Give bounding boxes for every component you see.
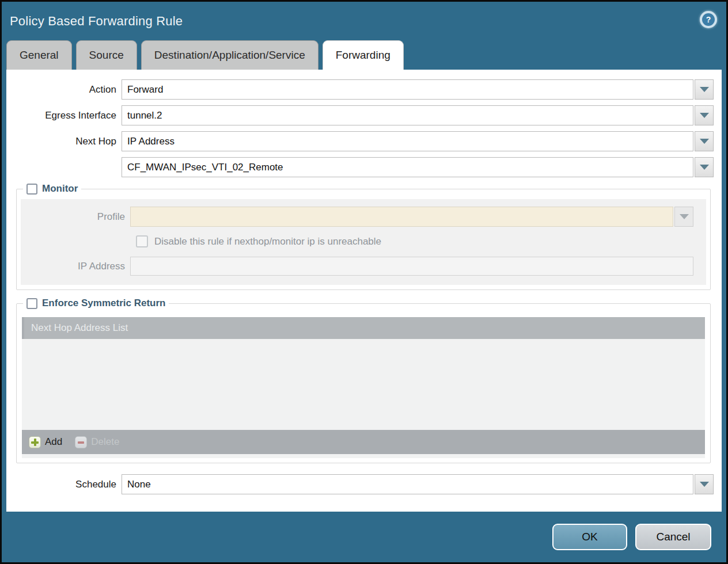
table-footer: Add Delete	[22, 430, 705, 454]
tab-forwarding[interactable]: Forwarding	[323, 40, 404, 70]
action-label: Action	[6, 84, 122, 96]
pbf-rule-dialog: { "dialog": { "title": "Policy Based For…	[0, 0, 728, 564]
next-hop-address-row: CF_MWAN_IPsec_VTI_02_Remote	[6, 157, 714, 177]
monitor-ip-address-row: IP Address	[21, 256, 693, 276]
symmetric-return-section: Enforce Symmetric Return Next Hop Addres…	[16, 298, 711, 463]
next-hop-address-dropdown-button[interactable]	[695, 157, 714, 177]
chevron-down-icon	[700, 87, 709, 92]
profile-dropdown-button	[674, 207, 693, 227]
help-icon[interactable]: ?	[700, 11, 717, 28]
table-header: Next Hop Address List	[22, 317, 705, 339]
disable-rule-label: Disable this rule if nexthop/monitor ip …	[154, 236, 381, 247]
next-hop-value[interactable]: IP Address	[122, 131, 693, 151]
next-hop-address-dropdown[interactable]: CF_MWAN_IPsec_VTI_02_Remote	[122, 157, 714, 177]
schedule-dropdown[interactable]: None	[122, 474, 714, 494]
schedule-row: Schedule None	[6, 474, 714, 494]
profile-dropdown	[130, 207, 693, 227]
table-header-label: Next Hop Address List	[31, 322, 128, 334]
egress-interface-dropdown[interactable]: tunnel.2	[122, 105, 714, 125]
disable-rule-row: Disable this rule if nexthop/monitor ip …	[136, 234, 706, 249]
chevron-down-icon	[700, 113, 709, 118]
tab-general[interactable]: General	[6, 40, 72, 70]
add-button-label: Add	[45, 436, 62, 448]
monitor-legend-label: Monitor	[42, 183, 78, 195]
forwarding-tab-panel: Action Forward Egress Interface tunnel.2…	[6, 70, 722, 512]
symmetric-return-checkbox[interactable]	[26, 298, 37, 309]
profile-row: Profile	[21, 207, 693, 227]
egress-interface-label: Egress Interface	[6, 110, 122, 121]
dialog-title: Policy Based Forwarding Rule	[10, 14, 183, 29]
monitor-legend: Monitor	[23, 183, 81, 195]
disable-rule-checkbox	[136, 235, 148, 247]
egress-interface-row: Egress Interface tunnel.2	[6, 105, 714, 125]
minus-icon	[75, 436, 87, 448]
monitor-ip-address-label: IP Address	[21, 261, 130, 272]
next-hop-dropdown-button[interactable]	[695, 131, 714, 151]
plus-icon	[29, 436, 41, 448]
next-hop-row: Next Hop IP Address	[6, 131, 714, 151]
tab-source[interactable]: Source	[76, 40, 137, 70]
delete-button: Delete	[75, 436, 119, 448]
chevron-down-icon	[680, 214, 689, 219]
table-body[interactable]	[22, 339, 705, 430]
monitor-checkbox[interactable]	[26, 184, 37, 195]
dialog-footer: OK Cancel	[2, 512, 726, 562]
next-hop-label: Next Hop	[6, 136, 122, 147]
monitor-ip-address-input	[130, 257, 693, 276]
action-dropdown[interactable]: Forward	[122, 79, 714, 100]
tab-bar: General Source Destination/Application/S…	[2, 40, 726, 70]
tab-destination-application-service[interactable]: Destination/Application/Service	[141, 40, 318, 70]
symmetric-return-legend-label: Enforce Symmetric Return	[42, 298, 165, 309]
schedule-dropdown-button[interactable]	[695, 474, 714, 494]
delete-button-label: Delete	[91, 436, 119, 448]
add-button[interactable]: Add	[29, 436, 62, 448]
monitor-section: Monitor Profile Disable this rule if nex…	[16, 183, 711, 290]
action-dropdown-button[interactable]	[695, 79, 714, 100]
egress-interface-value[interactable]: tunnel.2	[122, 105, 693, 125]
chevron-down-icon	[700, 482, 709, 487]
next-hop-address-list-table: Next Hop Address List Add Delete	[22, 317, 705, 458]
monitor-panel: Profile Disable this rule if nexthop/mon…	[21, 199, 706, 285]
question-mark-glyph: ?	[702, 13, 715, 26]
next-hop-address-value[interactable]: CF_MWAN_IPsec_VTI_02_Remote	[122, 157, 693, 177]
chevron-down-icon	[700, 165, 709, 170]
title-bar: Policy Based Forwarding Rule ?	[2, 2, 726, 40]
action-value[interactable]: Forward	[122, 79, 693, 100]
cancel-button[interactable]: Cancel	[635, 524, 711, 550]
action-row: Action Forward	[6, 79, 714, 100]
table-bottom-strip	[22, 454, 705, 458]
symmetric-return-legend: Enforce Symmetric Return	[23, 298, 169, 309]
schedule-value[interactable]: None	[122, 474, 693, 494]
chevron-down-icon	[700, 139, 709, 144]
schedule-label: Schedule	[6, 479, 122, 490]
profile-value	[130, 207, 673, 227]
ok-button[interactable]: OK	[552, 524, 627, 550]
profile-label: Profile	[21, 211, 130, 223]
next-hop-dropdown[interactable]: IP Address	[122, 131, 714, 151]
egress-interface-dropdown-button[interactable]	[695, 105, 714, 125]
